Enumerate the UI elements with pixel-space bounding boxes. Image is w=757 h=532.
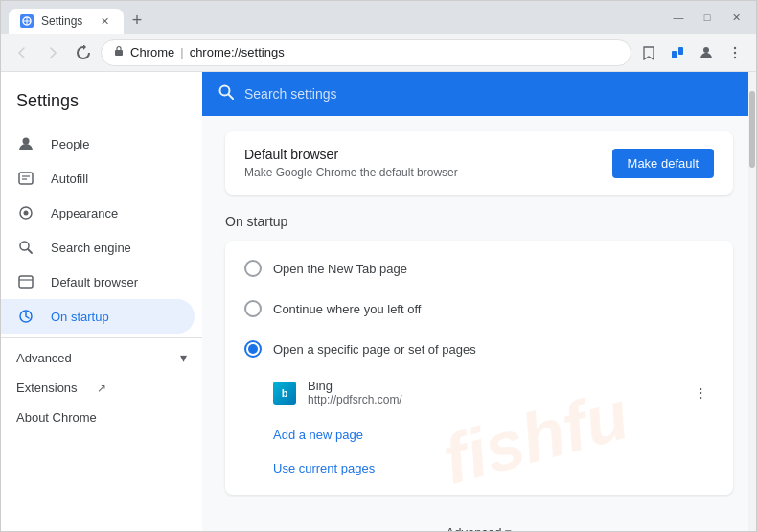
panel-content: Default browser Make Google Chrome the d… bbox=[202, 116, 756, 510]
person-icon bbox=[16, 134, 35, 153]
radio-selected-indicator bbox=[248, 344, 258, 354]
tab-bar: Settings ✕ + bbox=[9, 1, 150, 34]
sidebar-default-browser-label: Default browser bbox=[51, 275, 138, 289]
svg-rect-18 bbox=[19, 276, 33, 288]
add-new-page-link[interactable]: Add a new page bbox=[273, 428, 363, 442]
address-separator: | bbox=[180, 45, 183, 59]
svg-point-6 bbox=[703, 47, 709, 53]
extensions-button[interactable] bbox=[664, 39, 691, 66]
appearance-icon bbox=[16, 203, 35, 222]
external-link-icon: ↗ bbox=[97, 382, 106, 395]
svg-point-8 bbox=[734, 51, 736, 53]
bing-logo-text: b bbox=[282, 387, 288, 399]
svg-rect-4 bbox=[672, 51, 677, 58]
startup-options-card: Open the New Tab page Continue where you… bbox=[225, 241, 733, 495]
startup-continue-label: Continue where you left off bbox=[273, 302, 421, 316]
radio-new-tab bbox=[244, 260, 262, 277]
sidebar-item-about-chrome[interactable]: About Chrome bbox=[1, 403, 202, 432]
svg-point-15 bbox=[24, 211, 29, 216]
title-bar: Settings ✕ + — □ ✕ bbox=[1, 1, 756, 34]
default-browser-title: Default browser bbox=[244, 147, 458, 162]
search-icon bbox=[16, 238, 35, 257]
settings-panel: Default browser Make Google Chrome the d… bbox=[202, 72, 756, 531]
sidebar: Settings People Autofill Appearance bbox=[1, 72, 202, 531]
make-default-button[interactable]: Make default bbox=[612, 149, 714, 178]
startup-new-tab-label: Open the New Tab page bbox=[273, 262, 407, 276]
browser-icon bbox=[16, 272, 35, 291]
bing-menu-icon: ⋮ bbox=[695, 385, 707, 400]
bottom-advanced-area: Advanced ▾ bbox=[202, 510, 756, 531]
nav-bar: Chrome | chrome://settings bbox=[1, 34, 756, 72]
startup-option-continue[interactable]: Continue where you left off bbox=[225, 289, 733, 329]
sidebar-item-people[interactable]: People bbox=[1, 127, 195, 161]
back-button[interactable] bbox=[9, 39, 35, 66]
bing-name: Bing bbox=[308, 379, 402, 393]
svg-point-10 bbox=[23, 138, 30, 145]
autofill-icon bbox=[16, 169, 35, 188]
startup-specific-label: Open a specific page or set of pages bbox=[273, 342, 476, 357]
sidebar-divider bbox=[1, 337, 202, 338]
account-button[interactable] bbox=[693, 39, 720, 66]
svg-rect-5 bbox=[678, 47, 683, 55]
main-content: Settings People Autofill Appearance bbox=[1, 72, 756, 531]
bookmark-button[interactable] bbox=[635, 39, 662, 66]
minimize-button[interactable]: — bbox=[666, 8, 691, 27]
menu-button[interactable] bbox=[722, 39, 748, 66]
window-controls: — □ ✕ bbox=[666, 8, 748, 27]
advanced-label: Advanced bbox=[16, 351, 72, 365]
startup-option-specific[interactable]: Open a specific page or set of pages bbox=[225, 329, 733, 369]
new-tab-button[interactable]: + bbox=[124, 7, 150, 34]
add-page-link-container: Add a new page bbox=[225, 416, 733, 453]
use-current-pages-link[interactable]: Use current pages bbox=[273, 461, 375, 475]
bing-item: b Bing http://pdfsrch.com/ ⋮ bbox=[225, 369, 733, 416]
scrollbar-thumb[interactable] bbox=[749, 91, 755, 168]
close-button[interactable]: ✕ bbox=[723, 8, 748, 27]
bing-url: http://pdfsrch.com/ bbox=[308, 393, 402, 406]
about-chrome-label: About Chrome bbox=[16, 410, 97, 425]
nav-actions bbox=[635, 39, 748, 66]
tab-close-button[interactable]: ✕ bbox=[97, 13, 112, 29]
default-browser-card: Default browser Make Google Chrome the d… bbox=[225, 131, 733, 195]
sidebar-item-on-startup[interactable]: On startup bbox=[1, 299, 195, 334]
on-startup-title: On startup bbox=[225, 214, 733, 229]
search-input[interactable] bbox=[244, 86, 741, 102]
address-url: chrome://settings bbox=[190, 45, 285, 59]
address-bar[interactable]: Chrome | chrome://settings bbox=[101, 39, 631, 66]
startup-icon bbox=[16, 307, 35, 326]
sidebar-extensions-label: Extensions bbox=[16, 381, 78, 395]
bottom-advanced-button[interactable]: Advanced ▾ bbox=[447, 525, 513, 531]
scrollbar-track[interactable] bbox=[748, 72, 756, 531]
tab-title: Settings bbox=[41, 14, 82, 28]
sidebar-advanced-section[interactable]: Advanced ▾ bbox=[1, 342, 202, 373]
sidebar-search-label: Search engine bbox=[51, 241, 131, 255]
sidebar-item-default-browser[interactable]: Default browser bbox=[1, 265, 195, 299]
address-label: Chrome bbox=[130, 45, 174, 59]
lock-icon bbox=[113, 45, 125, 59]
default-browser-info: Default browser Make Google Chrome the d… bbox=[244, 147, 458, 179]
bing-info: Bing http://pdfsrch.com/ bbox=[308, 379, 402, 406]
svg-line-17 bbox=[28, 249, 32, 253]
svg-line-22 bbox=[229, 95, 234, 100]
browser-window: Settings ✕ + — □ ✕ Chrome | chrome://se bbox=[0, 0, 757, 532]
default-browser-description: Make Google Chrome the default browser bbox=[244, 166, 458, 179]
search-bar-icon bbox=[218, 83, 235, 104]
settings-tab[interactable]: Settings ✕ bbox=[9, 9, 124, 34]
use-current-link-container: Use current pages bbox=[225, 453, 733, 487]
sidebar-people-label: People bbox=[51, 137, 89, 151]
sidebar-item-appearance[interactable]: Appearance bbox=[1, 196, 195, 230]
svg-rect-11 bbox=[19, 173, 33, 184]
maximize-button[interactable]: □ bbox=[695, 8, 720, 27]
radio-continue bbox=[244, 300, 262, 317]
sidebar-item-extensions[interactable]: Extensions ↗ bbox=[1, 373, 202, 403]
bing-logo: b bbox=[273, 382, 296, 405]
startup-option-new-tab[interactable]: Open the New Tab page bbox=[225, 248, 733, 289]
sidebar-item-autofill[interactable]: Autofill bbox=[1, 161, 195, 196]
sidebar-item-search-engine[interactable]: Search engine bbox=[1, 230, 195, 265]
sidebar-appearance-label: Appearance bbox=[51, 206, 118, 220]
bing-menu-button[interactable]: ⋮ bbox=[687, 380, 714, 406]
forward-button[interactable] bbox=[39, 39, 66, 66]
advanced-expand-icon: ▾ bbox=[180, 350, 187, 365]
refresh-button[interactable] bbox=[70, 39, 97, 66]
bottom-dropdown-icon: ▾ bbox=[505, 525, 512, 531]
tab-favicon bbox=[20, 14, 34, 28]
